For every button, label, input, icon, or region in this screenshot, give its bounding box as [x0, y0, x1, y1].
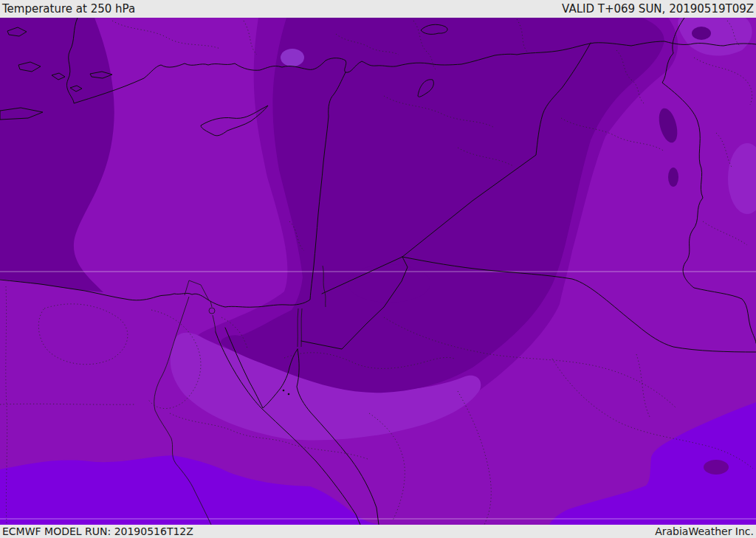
weather-map-screen: Temperature at 250 hPa VALID T+069 SUN, … — [0, 0, 756, 538]
temp-pocket-southeast — [704, 460, 729, 475]
weather-map — [0, 18, 756, 525]
valid-time-label: VALID T+069 SUN, 20190519T09Z — [562, 2, 754, 15]
temp-pocket-delta — [348, 264, 430, 303]
map-footer-bar: ECMWF MODEL RUN: 20190516T12Z ArabiaWeat… — [0, 525, 756, 538]
model-run-label: ECMWF MODEL RUN: 20190516T12Z — [2, 525, 193, 537]
map-title: Temperature at 250 hPa — [2, 2, 135, 15]
lake-small-east — [668, 168, 678, 187]
temp-pocket-caucasus — [692, 27, 711, 40]
temp-region-light-anatolia — [281, 49, 304, 66]
map-title-bar: Temperature at 250 hPa VALID T+069 SUN, … — [0, 0, 756, 18]
credit-label: ArabiaWeather Inc. — [655, 525, 754, 537]
